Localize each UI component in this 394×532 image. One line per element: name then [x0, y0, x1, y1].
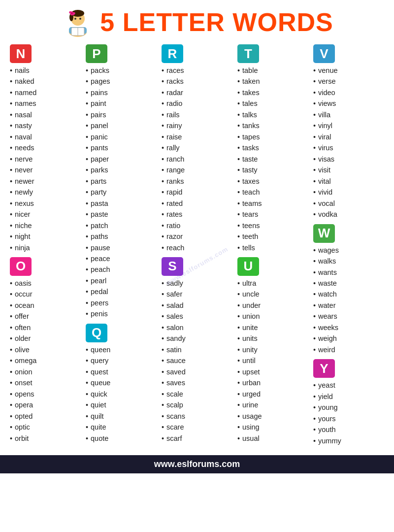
list-item: tells — [237, 242, 308, 253]
letter-badge-t: T — [237, 44, 259, 63]
list-item: rates — [162, 209, 232, 220]
svg-point-5 — [74, 18, 76, 20]
list-item: visit — [313, 165, 384, 175]
list-item: opted — [10, 411, 81, 422]
list-item: usual — [237, 433, 308, 444]
list-item: salon — [162, 322, 232, 333]
list-item: pause — [86, 242, 157, 253]
list-item: offer — [10, 311, 81, 322]
svg-point-11 — [71, 12, 73, 14]
word-list-v: venue verse video views villa vinyl vira… — [313, 65, 384, 220]
list-item: sandy — [162, 333, 232, 344]
list-item: scare — [162, 422, 232, 432]
list-item: ninja — [10, 242, 81, 253]
list-item: youth — [313, 424, 384, 435]
list-item: rainy — [162, 120, 232, 131]
list-item: opens — [10, 389, 81, 399]
list-item: queen — [86, 344, 157, 355]
word-list-n: nails naked named names nasal nasty nava… — [10, 65, 81, 253]
list-item: video — [313, 87, 384, 98]
list-item: water — [313, 300, 384, 311]
list-item: quilt — [86, 411, 157, 422]
list-item: urine — [237, 399, 308, 410]
list-item: sauce — [162, 355, 232, 366]
list-item: uncle — [237, 289, 308, 299]
page-title: 5 LETTER WORDS — [100, 7, 333, 37]
list-item: teens — [237, 220, 308, 231]
footer-url: www.eslforums.com — [154, 459, 240, 469]
list-item: weigh — [313, 333, 384, 344]
list-item: optic — [10, 422, 81, 432]
list-item: table — [237, 65, 308, 76]
list-item: names — [10, 98, 81, 109]
list-item: ocean — [10, 300, 81, 311]
list-item: radio — [162, 98, 232, 109]
list-item: quest — [86, 366, 157, 377]
list-item: scalp — [162, 399, 232, 410]
list-item: viral — [313, 132, 384, 142]
list-item: queue — [86, 377, 157, 388]
list-item: oasis — [10, 278, 81, 289]
list-item: quote — [86, 433, 157, 444]
list-item: rated — [162, 198, 232, 209]
list-item: onion — [10, 366, 81, 377]
list-item: paper — [86, 154, 157, 165]
list-item: omega — [10, 355, 81, 366]
list-item: pasta — [86, 198, 157, 209]
list-item: needs — [10, 142, 81, 153]
list-item: nerve — [10, 154, 81, 165]
list-item: teach — [237, 187, 308, 198]
list-item: paint — [86, 98, 157, 109]
list-item: pedal — [86, 286, 157, 297]
list-item: usage — [237, 411, 308, 422]
letter-badge-r: R — [162, 44, 183, 63]
list-item: weird — [313, 344, 384, 355]
list-item: virus — [313, 142, 384, 153]
svg-point-6 — [79, 18, 81, 20]
list-item: tales — [237, 98, 308, 109]
list-item: scarf — [162, 433, 232, 444]
list-item: races — [162, 65, 232, 76]
list-item: safer — [162, 289, 232, 299]
letter-badge-p: P — [86, 44, 107, 63]
list-item: tasty — [237, 165, 308, 175]
list-item: waste — [313, 278, 384, 289]
word-list-w: wages walks wants waste watch water wear… — [313, 245, 384, 356]
list-item: nasty — [10, 120, 81, 131]
list-item: ratio — [162, 220, 232, 231]
list-item: peers — [86, 298, 157, 308]
list-item: takes — [237, 87, 308, 98]
list-item: query — [86, 355, 157, 366]
list-item: teeth — [237, 231, 308, 242]
list-item: tanks — [237, 120, 308, 131]
list-item: occur — [10, 289, 81, 299]
letter-badge-v: V — [313, 44, 335, 63]
list-item: tapes — [237, 132, 308, 142]
list-item: peace — [86, 253, 157, 264]
header: 5 LETTER WORDS — [0, 0, 394, 42]
list-item: patch — [86, 220, 157, 231]
list-item: sales — [162, 311, 232, 322]
list-item: opera — [10, 399, 81, 410]
letter-badge-o: O — [10, 257, 32, 276]
list-item: racks — [162, 76, 232, 87]
list-item: walks — [313, 256, 384, 266]
list-item: olive — [10, 344, 81, 355]
list-item: visas — [313, 154, 384, 165]
list-item: reach — [162, 242, 232, 253]
list-item: yield — [313, 391, 384, 402]
list-item: scans — [162, 411, 232, 422]
list-item: pains — [86, 87, 157, 98]
word-list-u: ultra uncle under union unite units unit… — [237, 278, 308, 444]
list-item: quick — [86, 389, 157, 399]
list-item: until — [237, 355, 308, 366]
list-item: vinyl — [313, 120, 384, 131]
letter-badge-u: U — [237, 257, 259, 276]
list-item: quiet — [86, 399, 157, 410]
list-item: vital — [313, 176, 384, 187]
list-item: raise — [162, 132, 232, 142]
list-item: pearl — [86, 275, 157, 286]
list-item: verse — [313, 76, 384, 87]
word-list-p: packs pages pains paint pairs panel pani… — [86, 65, 157, 320]
list-item: nexus — [10, 198, 81, 209]
